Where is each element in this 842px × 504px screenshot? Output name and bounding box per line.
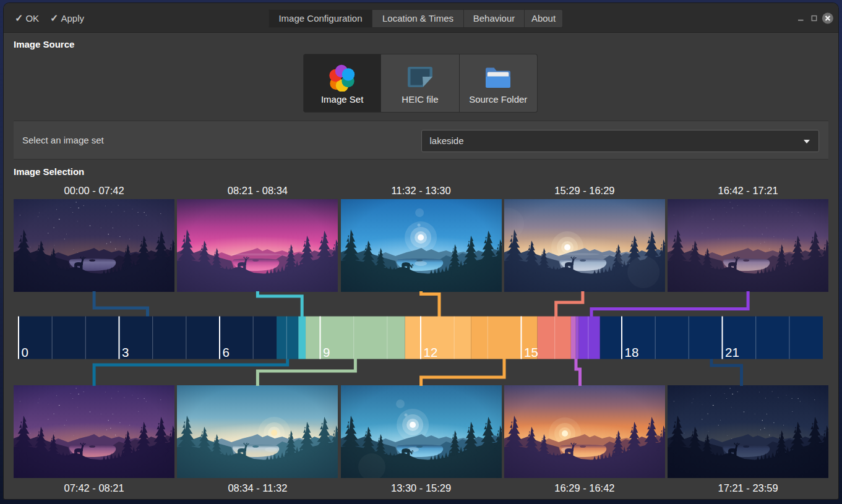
svg-text:0: 0	[22, 345, 28, 359]
svg-text:21: 21	[725, 345, 739, 359]
svg-text:15: 15	[524, 345, 538, 359]
svg-text:9: 9	[323, 345, 330, 359]
svg-text:18: 18	[625, 345, 639, 359]
svg-text:12: 12	[424, 345, 438, 359]
svg-text:6: 6	[223, 345, 230, 359]
svg-text:3: 3	[122, 345, 129, 359]
